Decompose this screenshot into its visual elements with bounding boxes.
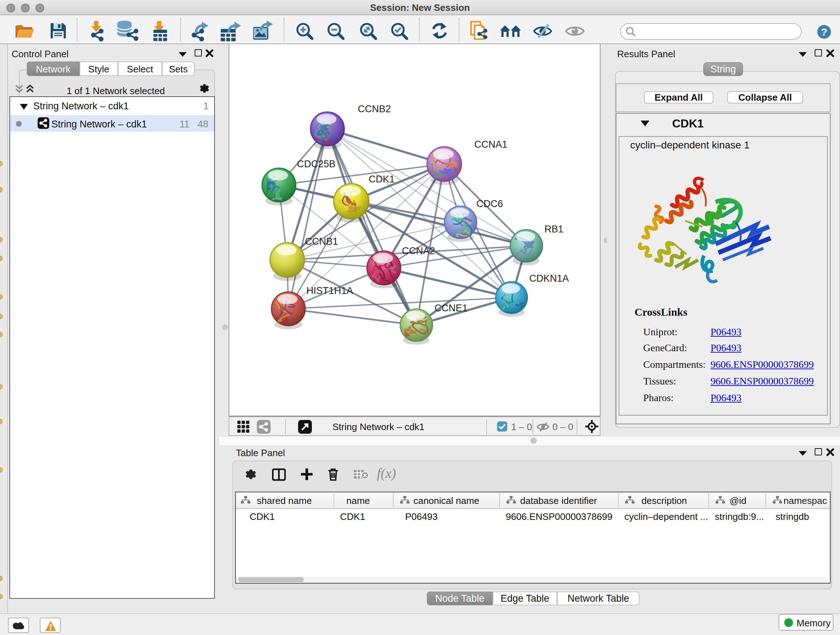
- svg-text:CCNA1: CCNA1: [474, 139, 507, 150]
- svg-text:CCNB2: CCNB2: [357, 103, 391, 114]
- svg-text:HIST1H1A: HIST1H1A: [306, 285, 353, 296]
- svg-text:CDC6: CDC6: [476, 198, 503, 209]
- svg-text:RB1: RB1: [544, 224, 563, 234]
- svg-text:?: ?: [821, 27, 827, 38]
- svg-text:CDC25B: CDC25B: [297, 158, 335, 169]
- svg-text:CCNB1: CCNB1: [305, 236, 338, 247]
- svg-text:CDK1: CDK1: [368, 174, 394, 185]
- svg-text:CCNE1: CCNE1: [434, 302, 467, 314]
- svg-text:CDKN1A: CDKN1A: [529, 273, 569, 284]
- svg-text:CCNA2: CCNA2: [401, 245, 435, 256]
